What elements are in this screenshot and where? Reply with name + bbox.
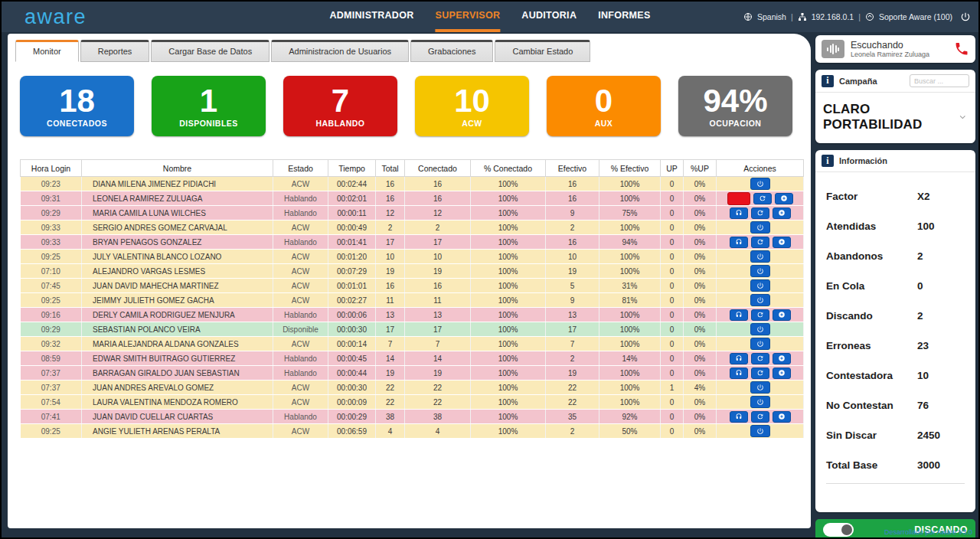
join-call-button[interactable] bbox=[773, 309, 791, 321]
cell-up: 0 bbox=[661, 410, 684, 424]
app-logo: aware bbox=[24, 5, 87, 29]
listen-call-button[interactable] bbox=[730, 237, 748, 248]
stop-listen-button[interactable] bbox=[727, 192, 750, 205]
cell-up: 0 bbox=[661, 293, 684, 308]
headphones-icon bbox=[735, 311, 743, 318]
join-call-button[interactable] bbox=[775, 193, 793, 204]
cell-estado: Hablando bbox=[273, 366, 328, 381]
nav-item-supervisor[interactable]: SUPERVISOR bbox=[436, 2, 501, 32]
whisper-call-button[interactable] bbox=[751, 368, 769, 379]
cell-up: 0 bbox=[661, 308, 684, 322]
disconnect-agent-button[interactable] bbox=[750, 396, 770, 408]
join-call-button[interactable] bbox=[773, 237, 791, 248]
disconnect-agent-button[interactable] bbox=[750, 381, 770, 394]
support-label[interactable]: Soporte Aware (100) bbox=[879, 12, 952, 21]
cell-total: 16 bbox=[376, 279, 405, 293]
cell-pct-efectivo: 81% bbox=[599, 293, 661, 308]
phone-icon[interactable] bbox=[954, 41, 969, 57]
listening-title: Escuchando bbox=[851, 40, 929, 51]
listen-call-button[interactable] bbox=[730, 368, 748, 379]
disconnect-agent-button[interactable] bbox=[750, 265, 770, 277]
info-row-en-cola: En Cola0 bbox=[826, 271, 965, 301]
table-row: 07:45JUAN DAVID MAHECHA MARTINEZACW00:01… bbox=[21, 279, 804, 293]
tab-administracion-de-usuarios[interactable]: Administracion de Usuarios bbox=[271, 40, 409, 62]
cell-total: 2 bbox=[376, 220, 405, 235]
cell-conectado: 10 bbox=[405, 250, 471, 264]
whisper-call-button[interactable] bbox=[751, 207, 769, 219]
tab-cambiar-estado[interactable]: Cambiar Estado bbox=[495, 40, 590, 62]
disconnect-agent-button[interactable] bbox=[750, 338, 770, 350]
join-call-button[interactable] bbox=[773, 368, 791, 379]
cell-efectivo: 10 bbox=[546, 250, 599, 264]
listening-card: Escuchando Leonela Ramirez Zuluaga bbox=[815, 35, 975, 63]
toggle-knob bbox=[841, 524, 852, 535]
whisper-call-button[interactable] bbox=[751, 309, 769, 321]
nav-item-auditoria[interactable]: AUDITORIA bbox=[521, 2, 577, 32]
listen-call-button[interactable] bbox=[730, 207, 748, 219]
cell-conectado: 12 bbox=[405, 206, 471, 220]
disconnect-agent-button[interactable] bbox=[750, 323, 770, 335]
disconnect-agent-button[interactable] bbox=[750, 294, 770, 306]
cell-tiempo: 00:00:44 bbox=[328, 366, 376, 381]
disconnect-agent-button[interactable] bbox=[750, 425, 770, 437]
cell-efectivo: 2 bbox=[546, 351, 599, 366]
network-icon bbox=[798, 12, 807, 21]
cell-conectado: 16 bbox=[405, 177, 471, 191]
cell-up: 1 bbox=[661, 381, 684, 395]
disconnect-agent-button[interactable] bbox=[750, 250, 770, 263]
join-call-button[interactable] bbox=[773, 207, 791, 219]
info-label: No Contestan bbox=[826, 400, 917, 411]
cell-hora: 09:33 bbox=[21, 235, 82, 250]
campaign-search-input[interactable] bbox=[910, 74, 969, 87]
cell-estado: ACW bbox=[273, 279, 328, 293]
info-row-sin-discar: Sin Discar2450 bbox=[826, 420, 965, 450]
campaign-title: Campaña bbox=[839, 77, 877, 86]
info-label: Contestadora bbox=[826, 370, 917, 381]
cell-efectivo: 17 bbox=[546, 322, 599, 337]
whisper-call-button[interactable] bbox=[751, 237, 769, 248]
listen-call-button[interactable] bbox=[730, 353, 748, 364]
whisper-call-button[interactable] bbox=[751, 411, 769, 423]
info-value: 2 bbox=[917, 250, 965, 262]
cell-efectivo: 19 bbox=[546, 264, 599, 279]
whisper-call-button[interactable] bbox=[753, 193, 772, 204]
tab-monitor[interactable]: Monitor bbox=[15, 40, 79, 62]
cell-pct-efectivo: 100% bbox=[599, 220, 661, 235]
listen-call-button[interactable] bbox=[730, 309, 748, 321]
kpi-value: 7 bbox=[332, 84, 349, 118]
tab-grabaciones[interactable]: Grabaciones bbox=[410, 40, 493, 62]
kpi-value: 10 bbox=[454, 84, 490, 118]
listen-call-button[interactable] bbox=[730, 411, 748, 423]
nav-item-informes[interactable]: INFORMES bbox=[598, 2, 650, 32]
info-icon: i bbox=[822, 75, 834, 87]
info-value: 76 bbox=[917, 400, 965, 411]
nav-item-administrador[interactable]: ADMINISTRADOR bbox=[329, 2, 413, 32]
agents-table: Hora LoginNombreEstadoTiempoTotalConecta… bbox=[20, 159, 804, 439]
disconnect-agent-button[interactable] bbox=[750, 221, 770, 234]
cell-tiempo: 00:00:49 bbox=[328, 220, 376, 235]
join-call-button[interactable] bbox=[773, 353, 791, 364]
headphones-icon bbox=[735, 413, 743, 420]
audio-waveform-icon bbox=[822, 40, 844, 58]
campaign-select[interactable]: CLARO PORTABILIDAD bbox=[815, 93, 975, 143]
table-row: 07:41JUAN DAVID CUELLAR CUARTASHablando0… bbox=[21, 410, 804, 424]
cell-nombre: JUAN ANDRES AREVALO GOMEZ bbox=[82, 381, 273, 395]
cell-nombre: JUAN DAVID MAHECHA MARTINEZ bbox=[82, 279, 273, 293]
table-row: 09:33SERGIO ANDRES GOMEZ CARVAJALACW00:0… bbox=[21, 220, 804, 235]
cell-conectado: 17 bbox=[405, 322, 471, 337]
kpi-card-hablando: 7HABLANDO bbox=[283, 76, 397, 136]
disconnect-agent-button[interactable] bbox=[750, 178, 770, 190]
dialer-toggle[interactable] bbox=[823, 523, 854, 537]
cell-pct-up: 0% bbox=[684, 395, 717, 410]
logout-power-icon[interactable] bbox=[960, 11, 971, 22]
join-call-button[interactable] bbox=[773, 411, 791, 423]
language-label[interactable]: Spanish bbox=[757, 12, 786, 21]
disconnect-agent-button[interactable] bbox=[750, 279, 770, 292]
tab-cargar-base-de-datos[interactable]: Cargar Base de Datos bbox=[151, 40, 270, 62]
cell-estado: Disponible bbox=[273, 322, 328, 337]
tab-reportes[interactable]: Reportes bbox=[80, 40, 150, 62]
cell-tiempo: 00:02:01 bbox=[328, 191, 376, 206]
cell-acciones bbox=[717, 250, 804, 264]
kpi-card-ocupacion: 94%OCUPACION bbox=[678, 76, 792, 136]
whisper-call-button[interactable] bbox=[751, 353, 769, 364]
